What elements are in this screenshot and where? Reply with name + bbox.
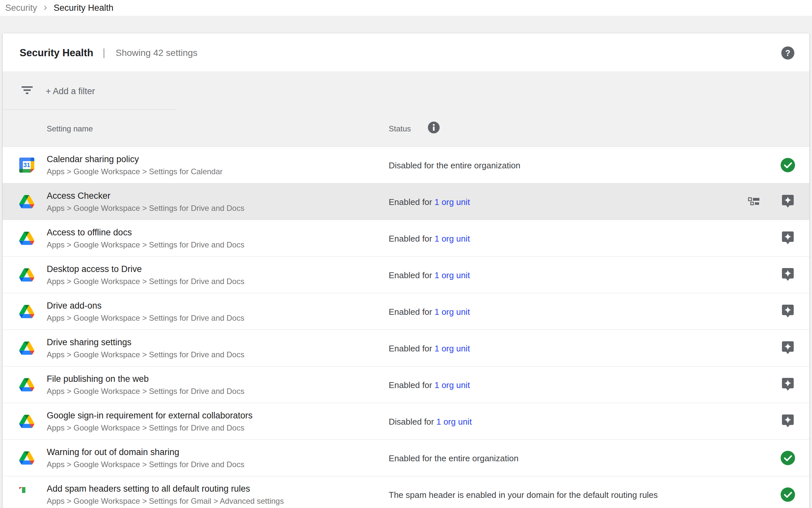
table-row[interactable]: Access to offline docs Apps > Google Wor…: [3, 220, 809, 257]
status-ok-icon: [781, 488, 795, 502]
setting-status: Disabled for the entire organization: [389, 161, 520, 171]
breadcrumb-current-page: Security Health: [54, 3, 113, 13]
google-drive-icon: [19, 341, 34, 356]
table-row[interactable]: Add spam headers setting to all default …: [3, 476, 809, 508]
setting-path: Apps > Google Workspace > Settings for D…: [47, 350, 244, 359]
card-header: Security Health | Showing 42 settings: [3, 33, 809, 71]
setting-name: Drive sharing settings: [47, 337, 132, 347]
setting-status: Disabled for 1 org unit: [389, 417, 472, 427]
setting-name: Access to offline docs: [47, 227, 132, 238]
setting-status: Enabled for 1 org unit: [389, 197, 470, 207]
table-row[interactable]: File publishing on the web Apps > Google…: [3, 367, 809, 403]
google-drive-icon: [19, 267, 34, 283]
setting-name: Access Checker: [47, 191, 110, 201]
setting-status: Enabled for 1 org unit: [389, 307, 470, 317]
security-health-page: Security › Security Health Security Heal…: [0, 0, 812, 508]
recommendation-badge-icon[interactable]: [782, 415, 794, 428]
recommendation-badge-icon[interactable]: [782, 378, 794, 392]
title-divider: |: [103, 46, 105, 58]
breadcrumb: Security › Security Health: [0, 0, 812, 16]
org-unit-link[interactable]: 1 org unit: [434, 197, 470, 207]
org-unit-link[interactable]: 1 org unit: [434, 307, 470, 317]
google-calendar-icon: [19, 158, 34, 173]
google-drive-icon: [19, 377, 34, 392]
column-header-status: Status: [389, 124, 411, 133]
recommendation-badge-icon[interactable]: [782, 268, 794, 282]
setting-status: Enabled for 1 org unit: [389, 344, 470, 354]
filter-divider: [3, 110, 176, 110]
table-row[interactable]: Warning for out of domain sharing Apps >…: [3, 440, 809, 476]
recommendation-badge-icon[interactable]: [782, 195, 794, 209]
gmail-icon: [19, 487, 34, 502]
setting-path: Apps > Google Workspace > Settings for D…: [47, 240, 244, 249]
setting-path: Apps > Google Workspace > Settings for D…: [47, 204, 244, 213]
table-row[interactable]: Drive add-ons Apps > Google Workspace > …: [3, 293, 809, 330]
org-unit-link[interactable]: 1 org unit: [434, 380, 470, 390]
setting-path: Apps > Google Workspace > Settings for D…: [47, 387, 244, 396]
setting-name: Calendar sharing policy: [47, 154, 139, 164]
settings-count-label: Showing 42 settings: [115, 48, 198, 58]
google-drive-icon: [19, 451, 34, 466]
status-ok-icon: [781, 158, 795, 172]
info-icon[interactable]: [428, 122, 440, 133]
filter-list-icon: [21, 86, 33, 95]
setting-path: Apps > Google Workspace > Settings for D…: [47, 277, 244, 286]
setting-name: File publishing on the web: [47, 374, 149, 384]
help-icon[interactable]: [781, 46, 794, 59]
setting-path: Apps > Google Workspace > Settings for D…: [47, 423, 244, 432]
chevron-right-icon: ›: [44, 2, 47, 14]
page-title: Security Health: [19, 47, 93, 59]
column-header-setting-name: Setting name: [47, 124, 93, 133]
setting-path: Apps > Google Workspace > Settings for D…: [47, 313, 244, 323]
google-drive-icon: [19, 231, 34, 246]
setting-name: Google sign-in requirement for external …: [47, 411, 252, 421]
recommendation-badge-icon[interactable]: [782, 305, 794, 319]
setting-status: Enabled for 1 org unit: [389, 380, 470, 390]
setting-name: Desktop access to Drive: [47, 264, 142, 274]
google-drive-icon: [19, 414, 34, 429]
setting-status: Enabled for the entire organization: [389, 454, 519, 464]
google-drive-icon: [19, 194, 34, 209]
org-units-applied-icon: [748, 197, 760, 206]
recommendation-badge-icon[interactable]: [782, 231, 794, 245]
org-unit-link[interactable]: 1 org unit: [434, 344, 470, 353]
table-row[interactable]: Google sign-in requirement for external …: [3, 403, 809, 440]
recommendation-badge-icon[interactable]: [782, 341, 794, 355]
breadcrumb-security-link[interactable]: Security: [5, 3, 37, 13]
org-unit-link[interactable]: 1 org unit: [434, 234, 470, 244]
setting-name: Add spam headers setting to all default …: [47, 484, 250, 494]
table-row[interactable]: Access Checker Apps > Google Workspace >…: [3, 183, 809, 220]
org-unit-link[interactable]: 1 org unit: [436, 417, 472, 427]
setting-name: Warning for out of domain sharing: [47, 447, 179, 457]
status-ok-icon: [781, 451, 795, 465]
filter-and-header-section: + Add a filter Setting name Status: [3, 71, 809, 147]
org-unit-link[interactable]: 1 org unit: [434, 270, 470, 280]
table-row[interactable]: Calendar sharing policy Apps > Google Wo…: [3, 147, 809, 183]
google-drive-icon: [19, 304, 34, 319]
setting-path: Apps > Google Workspace > Settings for C…: [47, 167, 223, 176]
security-health-card: Security Health | Showing 42 settings + …: [3, 33, 809, 508]
setting-status: Enabled for 1 org unit: [389, 234, 470, 244]
setting-name: Drive add-ons: [47, 301, 102, 311]
table-row[interactable]: Drive sharing settings Apps > Google Wor…: [3, 330, 809, 367]
table-row[interactable]: Desktop access to Drive Apps > Google Wo…: [3, 257, 809, 293]
add-filter-button[interactable]: + Add a filter: [46, 86, 95, 96]
setting-status: The spam header is enabled in your domai…: [389, 490, 658, 500]
setting-path: Apps > Google Workspace > Settings for D…: [47, 460, 244, 469]
setting-path: Apps > Google Workspace > Settings for G…: [47, 497, 284, 506]
setting-status: Enabled for 1 org unit: [389, 270, 470, 281]
